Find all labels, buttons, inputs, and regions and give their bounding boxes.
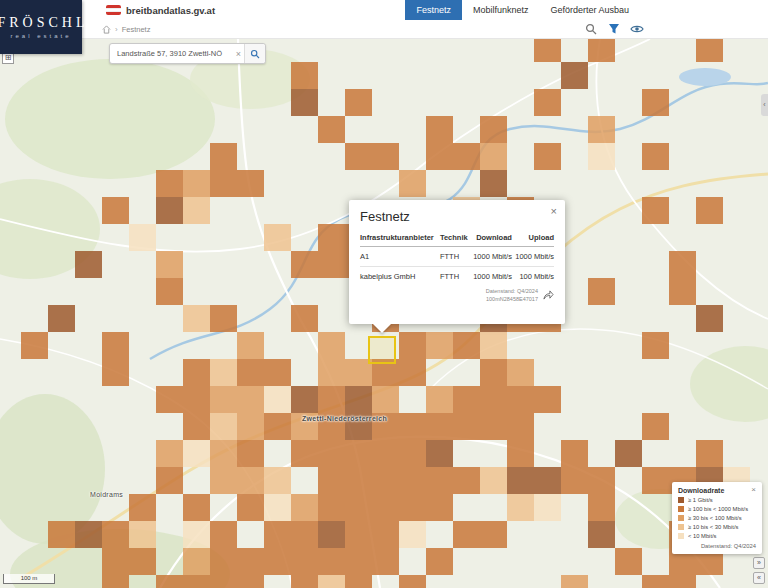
logo-title: FRÖSCHL [0,15,89,31]
search-icon [250,49,260,59]
legend-chip-0 [678,497,684,503]
table-row: kabelplus GmbH FTTH 1000 Mbit/s 100 Mbit… [360,267,554,287]
tab-mobilfunknetz[interactable]: Mobilfunknetz [462,0,540,20]
col-upload: Upload [512,230,554,247]
legend-item: ≥ 100 bis < 1000 Mbit/s [678,506,756,512]
map-label-moidrams: Moidrams [90,491,123,498]
selected-grid-cell[interactable] [368,336,396,364]
legend-label: ≥ 30 bis < 100 Mbit/s [688,515,742,521]
site-title: breitbandatlas.gv.at [126,5,215,16]
legend-item: ≥ 30 bis < 100 Mbit/s [678,515,756,521]
breadcrumb-current[interactable]: Festnetz [122,25,151,34]
legend-title: Downloadrate [678,487,724,494]
popup-pointer [373,324,391,333]
scale-bar: 100 m [3,574,55,584]
search-icon[interactable] [584,22,598,36]
breadcrumb-separator: › [115,25,118,34]
table-row: A1 FTTH 1000 Mbit/s 1000 Mbit/s [360,247,554,267]
col-infrastrukturanbieter: Infrastrukturanbieter [360,230,440,247]
provider-upload: 1000 Mbit/s [512,247,554,267]
toolbar-icons [584,22,644,36]
provider-tech: FTTH [440,267,470,287]
legend-label: ≥ 100 bis < 1000 Mbit/s [688,506,748,512]
legend-chip-3 [678,524,684,530]
map-canvas[interactable]: Zwettl-Niederösterreich Moidrams × ⊞ ‹ F… [0,39,768,588]
app-window: FRÖSCHL real estate breitbandatlas.gv.at… [0,0,768,588]
froeschl-logo: FRÖSCHL real estate [0,0,82,54]
legend-label: ≥ 10 bis < 30 Mbit/s [688,524,738,530]
provider-name: kabelplus GmbH [360,267,440,287]
col-technik: Technik [440,230,470,247]
home-icon[interactable] [102,25,111,34]
festnetz-popup: Festnetz × Infrastrukturanbieter Technik… [349,200,565,324]
top-header: breitbandatlas.gv.at Festnetz Mobilfunkn… [82,0,768,20]
col-download: Download [470,230,512,247]
austria-flag-icon [106,5,121,15]
close-icon[interactable]: × [551,206,557,217]
tab-festnetz[interactable]: Festnetz [405,0,462,20]
legend-item: ≥ 1 Gbit/s [678,497,756,503]
breadcrumb: › Festnetz [102,25,150,34]
legend-chip-1 [678,506,684,512]
legend-data-status: Datenstand: Q4/2024 [678,543,756,549]
popup-footer: Datenstand: Q4/2024 100mN28458E47017 [360,287,554,304]
provider-download: 1000 Mbit/s [470,247,512,267]
data-status: Datenstand: Q4/2024 [486,287,538,295]
close-icon[interactable]: × [751,486,756,494]
filter-icon[interactable] [607,22,621,36]
legend-chip-4 [678,533,684,539]
legend-chip-2 [678,515,684,521]
legend-item: < 10 Mbit/s [678,533,756,539]
legend-item: ≥ 10 bis < 30 Mbit/s [678,524,756,530]
provider-name: A1 [360,247,440,267]
popup-meta: Datenstand: Q4/2024 100mN28458E47017 [486,287,538,304]
toolbar: › Festnetz [82,20,768,39]
site-logo[interactable]: breitbandatlas.gv.at [106,5,215,16]
logo-subtitle: real estate [10,33,71,39]
address-search: × [109,43,266,64]
sidebar-expand-handle[interactable]: ‹ [761,94,768,116]
main-nav: Festnetz Mobilfunknetz Geförderter Ausba… [405,0,640,20]
search-submit-button[interactable] [244,44,265,63]
provider-tech: FTTH [440,247,470,267]
provider-upload: 100 Mbit/s [512,267,554,287]
provider-download: 1000 Mbit/s [470,267,512,287]
map-label-zwettl: Zwettl-Niederösterreich [302,415,387,422]
legend-panel: Downloadrate × ≥ 1 Gbit/s ≥ 100 bis < 10… [672,482,762,554]
popup-title: Festnetz [360,209,554,224]
provider-table: Infrastrukturanbieter Technik Download U… [360,230,554,286]
search-clear-icon[interactable]: × [233,49,244,59]
panel-expand-button[interactable]: » [753,557,765,569]
share-icon[interactable] [543,290,554,300]
legend-label: ≥ 1 Gbit/s [688,497,713,503]
legend-label: < 10 Mbit/s [688,533,717,539]
panel-collapse-button[interactable]: « [753,572,765,584]
tab-gefoerderter-ausbau[interactable]: Geförderter Ausbau [539,0,640,20]
grid-cell-id: 100mN28458E47017 [486,295,538,303]
search-input[interactable] [110,49,233,58]
eye-icon[interactable] [630,22,644,36]
